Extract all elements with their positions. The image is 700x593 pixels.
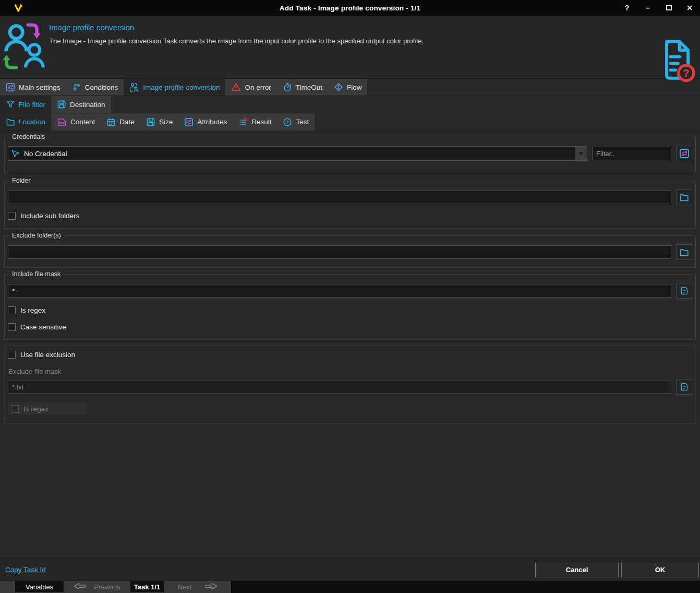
header-title: Image profile conversion bbox=[49, 23, 424, 32]
tab-timeout[interactable]: TimeOut bbox=[277, 79, 328, 96]
exclude-file-mask-edit-button[interactable] bbox=[676, 379, 692, 395]
folder-icon bbox=[679, 247, 689, 257]
tab-label: Size bbox=[159, 118, 173, 126]
dropdown-arrow[interactable] bbox=[575, 147, 587, 160]
tab-conditions[interactable]: Conditions bbox=[66, 79, 124, 96]
task-header: Image profile conversion The Image - Ima… bbox=[0, 16, 700, 79]
tab-file-filter[interactable]: File filter bbox=[0, 96, 51, 113]
tab-location[interactable]: Location bbox=[0, 113, 51, 131]
tab-label: Image profile conversion bbox=[143, 84, 220, 91]
window-title: Add Task - Image profile conversion - 1/… bbox=[0, 4, 700, 12]
file-mask-doc-icon bbox=[680, 382, 689, 392]
tab-label: Flow bbox=[347, 84, 362, 91]
tab-content[interactable]: TEXT Content bbox=[51, 113, 101, 131]
checkbox-box bbox=[11, 405, 19, 413]
checkbox-label: Is regex bbox=[20, 306, 45, 314]
bottom-tab-bar: Variables Previous Task 1/1 Next bbox=[0, 580, 700, 593]
folder-icon bbox=[6, 117, 15, 127]
floppy-icon bbox=[57, 100, 66, 109]
checkbox-label: Use file exclusion bbox=[20, 351, 75, 359]
main-tab-row: Main settings Conditions Image profile c… bbox=[0, 79, 700, 96]
tab-size[interactable]: Size bbox=[140, 113, 178, 131]
tab-attributes[interactable]: Attributes bbox=[178, 113, 233, 131]
ok-button[interactable]: OK bbox=[621, 563, 699, 577]
help-document-icon: ? bbox=[660, 39, 695, 85]
svg-text:?: ? bbox=[286, 119, 289, 125]
folder-input[interactable] bbox=[8, 191, 671, 204]
filter-tab-row: Location TEXT Content Date Size Attribut… bbox=[0, 113, 700, 131]
calendar-icon bbox=[106, 117, 116, 127]
include-file-mask-input[interactable] bbox=[8, 284, 671, 298]
maximize-icon bbox=[666, 5, 672, 10]
sliders-icon bbox=[6, 82, 15, 92]
include-file-mask-group-label: Include file mask bbox=[9, 270, 63, 278]
question-icon: ? bbox=[283, 117, 292, 127]
credentials-group-label: Credentials bbox=[9, 133, 47, 140]
tab-date[interactable]: Date bbox=[101, 113, 140, 131]
is-regex-checkbox[interactable]: Is regex bbox=[8, 306, 692, 314]
branch-icon bbox=[72, 82, 81, 92]
tab-main-settings[interactable]: Main settings bbox=[0, 79, 66, 96]
include-file-mask-edit-button[interactable] bbox=[676, 283, 692, 299]
exclude-file-mask-input[interactable] bbox=[8, 380, 671, 394]
tab-label: TimeOut bbox=[296, 84, 322, 91]
checkbox-label: Include sub folders bbox=[20, 212, 79, 220]
tab-flow[interactable]: Flow bbox=[328, 79, 368, 96]
task-indicator[interactable]: Task 1/1 bbox=[130, 581, 164, 593]
checkbox-box bbox=[8, 323, 16, 331]
credential-selected-value: No Credential bbox=[24, 150, 575, 158]
credential-filter-input[interactable] bbox=[592, 147, 671, 160]
tab-label: Location bbox=[19, 118, 45, 126]
use-file-exclusion-checkbox[interactable]: Use file exclusion bbox=[8, 351, 692, 359]
titlebar: Add Task - Image profile conversion - 1/… bbox=[0, 0, 700, 16]
tab-image-profile-conversion[interactable]: Image profile conversion bbox=[124, 79, 225, 96]
tab-label: Test bbox=[296, 118, 309, 126]
previous-arrow-icon[interactable] bbox=[74, 583, 86, 591]
next-button[interactable]: Next bbox=[178, 583, 192, 591]
tab-label: Destination bbox=[70, 101, 105, 109]
warning-icon bbox=[231, 82, 241, 92]
copy-task-id-link[interactable]: Copy Task Id bbox=[5, 566, 46, 574]
dropdown-arrow-icon bbox=[579, 152, 583, 155]
file-mask-doc-icon bbox=[680, 286, 689, 295]
tab-label: Attributes bbox=[197, 118, 227, 126]
help-button[interactable]: ? bbox=[617, 0, 637, 16]
sliders-icon bbox=[184, 117, 194, 127]
folder-browse-button[interactable] bbox=[676, 189, 692, 205]
tab-test[interactable]: ? Test bbox=[277, 113, 315, 131]
include-sub-folders-checkbox[interactable]: Include sub folders bbox=[8, 212, 692, 220]
dialog-footer: Copy Task Id Cancel OK bbox=[0, 559, 700, 580]
tab-destination[interactable]: Destination bbox=[51, 96, 111, 113]
folder-icon bbox=[679, 193, 689, 203]
exclude-folders-input[interactable] bbox=[8, 245, 671, 259]
tab-label: On error bbox=[245, 84, 271, 91]
case-sensitive-checkbox[interactable]: Case sensitive bbox=[8, 323, 692, 331]
sub-tab-row: File filter Destination bbox=[0, 96, 700, 113]
tab-label: Date bbox=[119, 118, 135, 126]
include-file-mask-group: Include file mask Is regex Case sensitiv… bbox=[4, 274, 696, 340]
svg-text:TEXT: TEXT bbox=[58, 121, 66, 124]
tab-label: Result bbox=[251, 118, 271, 126]
checkbox-box bbox=[8, 212, 16, 220]
tab-result[interactable]: Result bbox=[233, 113, 277, 131]
credentials-group: Credentials No Credential bbox=[4, 137, 696, 173]
exclude-folders-group: Exclude folder(s) bbox=[4, 235, 696, 268]
exclude-is-regex-checkbox[interactable]: Is regex bbox=[11, 405, 49, 413]
maximize-button[interactable] bbox=[658, 0, 679, 16]
tab-label: Conditions bbox=[85, 84, 118, 91]
variables-tab[interactable]: Variables bbox=[15, 581, 64, 593]
minimize-button[interactable]: – bbox=[637, 0, 658, 16]
exclude-is-regex-container: Is regex bbox=[8, 402, 87, 415]
cancel-button[interactable]: Cancel bbox=[535, 563, 619, 577]
text-doc-icon: TEXT bbox=[57, 117, 67, 127]
next-arrow-icon[interactable] bbox=[205, 583, 218, 591]
credential-select[interactable]: No Credential bbox=[8, 146, 587, 161]
exclude-folders-browse-button[interactable] bbox=[676, 244, 692, 260]
close-button[interactable]: ✕ bbox=[679, 0, 700, 16]
checkbox-box bbox=[8, 306, 16, 314]
previous-button[interactable]: Previous bbox=[94, 583, 120, 591]
manage-credentials-button[interactable] bbox=[676, 146, 692, 161]
users-swap-icon bbox=[129, 82, 139, 92]
tab-on-error[interactable]: On error bbox=[225, 79, 276, 96]
result-list-icon bbox=[238, 117, 248, 127]
